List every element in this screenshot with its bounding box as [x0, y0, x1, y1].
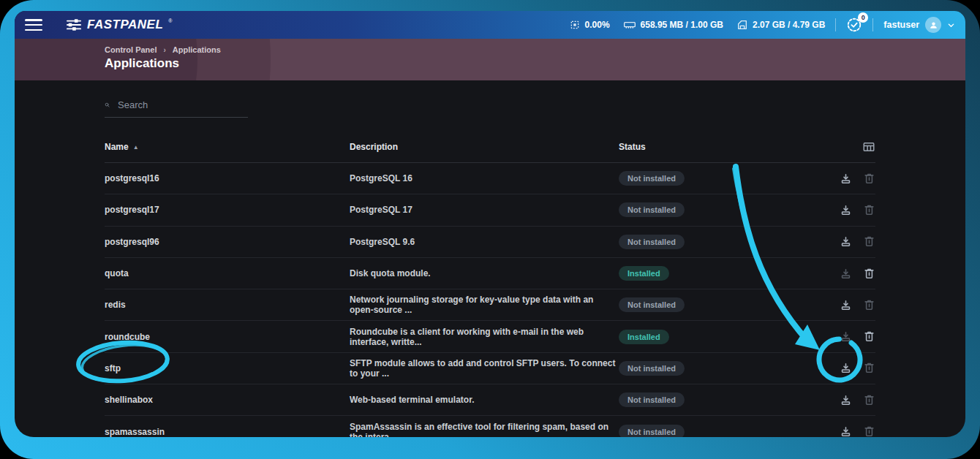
tasks-button[interactable]: 0: [846, 17, 862, 33]
status-badge: Installed: [619, 266, 669, 281]
download-icon: [840, 394, 852, 406]
app-name: postgresql17: [105, 205, 350, 215]
app-name: redis: [105, 300, 350, 310]
app-name: sftp: [105, 363, 350, 373]
page-header-band: Control Panel › Applications Application…: [15, 39, 965, 80]
column-header-status: Status: [619, 142, 824, 152]
column-settings-icon[interactable]: [862, 140, 875, 153]
install-button[interactable]: [840, 425, 852, 437]
install-button[interactable]: [840, 394, 852, 406]
table-row: postgresql17 PostgreSQL 17 Not installed: [105, 194, 875, 226]
download-icon: [840, 235, 852, 248]
column-header-name[interactable]: Name ▲: [105, 142, 350, 152]
breadcrumb: Control Panel › Applications: [105, 45, 965, 54]
cpu-usage-stat: 0.00%: [569, 19, 610, 31]
fastpanel-logo[interactable]: FASTPANEL ®: [66, 18, 172, 32]
install-button[interactable]: [840, 268, 852, 280]
app-name: shellinabox: [105, 395, 350, 405]
table-row: postgresql16 PostgreSQL 16 Not installed: [105, 163, 875, 194]
status-badge: Not installed: [619, 425, 685, 437]
sort-asc-icon: ▲: [133, 144, 139, 151]
page-title: Applications: [105, 56, 965, 71]
download-icon: [840, 204, 852, 216]
download-icon: [840, 330, 852, 343]
table-row: sftp SFTP module allows to add and contr…: [105, 353, 875, 384]
delete-button[interactable]: [863, 235, 875, 248]
download-icon: [840, 299, 852, 311]
status-badge: Not installed: [619, 297, 685, 312]
search-box: [105, 99, 248, 118]
install-button[interactable]: [840, 299, 852, 311]
breadcrumb-applications[interactable]: Applications: [173, 45, 221, 54]
table-body: postgresql16 PostgreSQL 16 Not installed…: [105, 163, 875, 437]
main-content: Name ▲ Description Status p: [15, 99, 965, 437]
app-description: SFTP module allows to add and control SF…: [350, 358, 619, 379]
trash-icon: [863, 394, 875, 406]
chevron-down-icon: [947, 21, 955, 29]
trash-icon: [863, 235, 875, 248]
app-name: roundcube: [105, 332, 350, 342]
resource-stats: 0.00% 658.95 MB / 1.00 GB 2.07 GB /: [569, 19, 826, 31]
download-icon: [840, 425, 852, 437]
trash-icon: [863, 330, 875, 343]
disk-icon: [736, 19, 748, 31]
avatar: [925, 17, 941, 33]
disk-usage-value: 2.07 GB / 4.79 GB: [753, 20, 825, 30]
ram-icon: [623, 19, 636, 31]
disk-usage-stat: 2.07 GB / 4.79 GB: [736, 19, 825, 31]
install-button[interactable]: [840, 362, 852, 374]
app-description: Network journaling storage for key-value…: [350, 295, 619, 315]
app-description: PostgreSQL 16: [350, 173, 619, 183]
trash-icon: [863, 425, 875, 437]
table-row: redis Network journaling storage for key…: [105, 289, 875, 321]
search-input[interactable]: [116, 99, 248, 111]
trash-icon: [863, 299, 875, 311]
status-badge: Not installed: [619, 361, 685, 376]
install-button[interactable]: [840, 235, 852, 248]
delete-button[interactable]: [863, 172, 875, 185]
delete-button[interactable]: [863, 425, 875, 437]
delete-button[interactable]: [863, 268, 875, 280]
logo-registered-mark: ®: [168, 18, 172, 23]
status-badge: Not installed: [619, 202, 685, 217]
hamburger-menu-icon[interactable]: [25, 19, 42, 31]
download-icon: [840, 362, 852, 374]
username-label: fastuser: [883, 20, 919, 30]
app-description: Disk quota module.: [350, 268, 619, 278]
cpu-usage-value: 0.00%: [585, 20, 610, 30]
applications-table: Name ▲ Description Status p: [105, 134, 875, 437]
delete-button[interactable]: [863, 204, 875, 216]
search-icon: [105, 99, 110, 110]
screenshot-stage: FASTPANEL ® 0.00%: [0, 0, 980, 459]
topbar-divider: [835, 18, 836, 31]
delete-button[interactable]: [863, 330, 875, 343]
person-icon: [929, 20, 938, 30]
cpu-icon: [569, 19, 581, 31]
install-button[interactable]: [840, 204, 852, 216]
breadcrumb-control-panel[interactable]: Control Panel: [105, 45, 157, 54]
app-description: Web-based terminal emulator.: [350, 395, 619, 405]
equalizer-icon: [66, 18, 82, 32]
breadcrumb-separator-icon: ›: [164, 46, 166, 54]
install-button[interactable]: [840, 330, 852, 343]
fastpanel-window: FASTPANEL ® 0.00%: [15, 11, 965, 437]
app-name: quota: [105, 268, 350, 278]
table-header: Name ▲ Description Status: [105, 134, 875, 163]
table-row: shellinabox Web-based terminal emulator.…: [105, 384, 875, 416]
delete-button[interactable]: [863, 394, 875, 406]
status-badge: Installed: [619, 330, 669, 344]
install-button[interactable]: [840, 172, 852, 185]
logo-text: FASTPANEL: [87, 18, 163, 32]
app-description: SpamAssassin is an effective tool for fi…: [350, 422, 619, 437]
delete-button[interactable]: [863, 362, 875, 374]
top-navigation-bar: FASTPANEL ® 0.00%: [15, 11, 965, 39]
trash-icon: [863, 172, 875, 185]
app-name: postgresql96: [105, 237, 350, 247]
app-description: PostgreSQL 9.6: [350, 237, 619, 247]
table-row: quota Disk quota module. Installed: [105, 258, 875, 289]
download-icon: [840, 268, 852, 280]
delete-button[interactable]: [863, 299, 875, 311]
table-row: postgresql96 PostgreSQL 9.6 Not installe…: [105, 227, 875, 258]
user-menu[interactable]: fastuser: [883, 17, 955, 33]
name-column-label: Name: [105, 142, 129, 152]
